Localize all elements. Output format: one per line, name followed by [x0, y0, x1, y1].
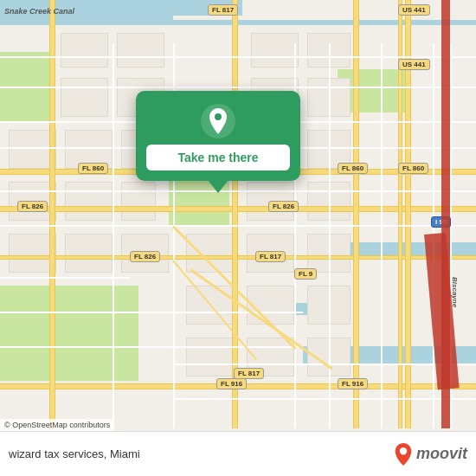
badge-fl916-right: FL 916: [338, 378, 368, 389]
label-biscayne: Biscayne: [451, 277, 459, 307]
badge-fl826-right: FL 826: [268, 201, 299, 212]
badge-fl817-mid: FL 817: [255, 251, 286, 262]
moovit-pin-icon: [394, 443, 413, 466]
badge-fl817-top: FL 817: [208, 4, 238, 16]
badge-fl860-right: FL 860: [338, 163, 368, 174]
svg-point-2: [400, 447, 407, 454]
location-label: wizard tax services, Miami: [9, 447, 394, 460]
take-me-there-button[interactable]: Take me there: [146, 145, 290, 170]
popup-card: Take me there: [136, 91, 300, 181]
moovit-text: moovit: [416, 445, 467, 463]
label-snake-creek: Snake Creek Canal: [4, 7, 74, 16]
svg-point-1: [215, 113, 222, 120]
park-bottom-left: [0, 286, 138, 381]
bottom-bar: wizard tax services, Miami moovit: [0, 431, 476, 476]
badge-us441-top: US 441: [398, 4, 430, 16]
badge-us441-mid: US 441: [398, 59, 430, 70]
badge-fl860-far-right: FL 860: [398, 163, 428, 174]
moovit-logo: moovit: [394, 443, 467, 466]
badge-fl916-left: FL 916: [216, 378, 247, 389]
badge-fl817-left: FL 826: [130, 251, 160, 262]
badge-fl826-left: FL 826: [17, 201, 48, 212]
map-attribution: © OpenStreetMap contributors: [0, 419, 114, 431]
badge-fl860-left: FL 860: [78, 163, 108, 174]
map-container: FL 817 US 441 US 441 FL 860 FL 860 FL 86…: [0, 0, 476, 476]
badge-fl9: FL 9: [294, 268, 317, 280]
location-pin-icon: [200, 103, 236, 139]
